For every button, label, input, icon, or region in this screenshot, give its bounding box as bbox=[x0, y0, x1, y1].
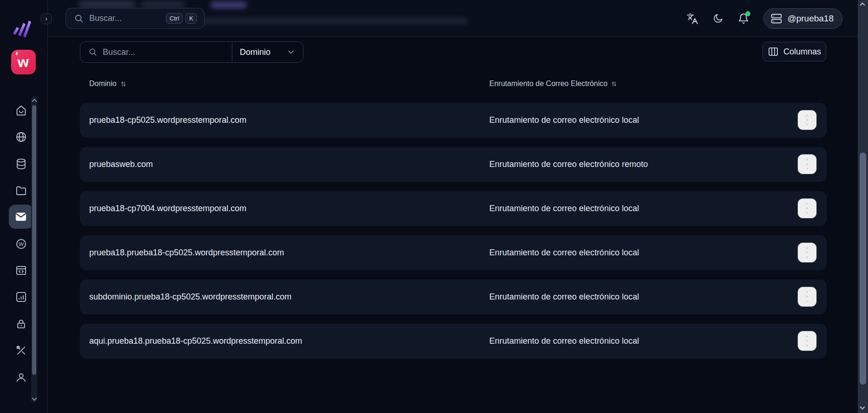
search-icon bbox=[88, 47, 98, 57]
sidebar-item-wordpress[interactable]: W bbox=[9, 232, 33, 256]
main-content: Dominio Columnas Dominio Enrutamiento de… bbox=[48, 37, 858, 413]
row-actions-button[interactable] bbox=[797, 198, 817, 219]
sidebar-item-databases[interactable] bbox=[9, 152, 33, 176]
column-header-domain[interactable]: Dominio bbox=[89, 80, 127, 88]
domain-cell: subdominio.prueba18-cp5025.wordpresstemp… bbox=[89, 280, 291, 314]
domain-cell: aqui.prueba18.prueba18-cp5025.wordpresst… bbox=[89, 324, 302, 359]
routing-cell: Enrutamiento de correo electrónico local bbox=[489, 191, 639, 226]
filter-selected-value: Dominio bbox=[240, 47, 270, 57]
domain-cell: prueba18.prueba18-cp5025.wordpresstempor… bbox=[89, 235, 284, 270]
columns-icon bbox=[768, 46, 779, 57]
sort-icon bbox=[120, 80, 127, 87]
table-row: prueba18.prueba18-cp5025.wordpresstempor… bbox=[80, 235, 827, 270]
server-icon bbox=[770, 13, 783, 25]
username: @prueba18 bbox=[787, 13, 834, 24]
sidebar-item-statistics[interactable] bbox=[9, 285, 33, 309]
app-logo-letter: w bbox=[18, 54, 30, 69]
column-header-label: Enrutamiento de Correo Electrónico bbox=[489, 80, 607, 88]
table-row: prueba18-cp7004.wordpresstemporal.com En… bbox=[80, 191, 827, 226]
routing-cell: Enrutamiento de correo electrónico remot… bbox=[489, 147, 648, 182]
mail-icon bbox=[14, 210, 27, 223]
user-menu[interactable]: @prueba18 bbox=[763, 8, 842, 29]
chevron-down-icon bbox=[286, 47, 296, 57]
sidebar-expand-button[interactable]: › bbox=[41, 13, 52, 24]
blurred-page-title bbox=[141, 2, 185, 7]
home-icon bbox=[15, 104, 27, 117]
sidebar-item-home[interactable] bbox=[9, 98, 33, 122]
sidebar-item-email[interactable] bbox=[9, 205, 33, 229]
user-icon bbox=[15, 371, 27, 384]
table-search[interactable] bbox=[80, 42, 232, 62]
sidebar-item-tools[interactable] bbox=[9, 338, 33, 362]
domain-cell: prueba18-cp5025.wordpresstemporal.com bbox=[89, 103, 246, 138]
shortcut-key-ctrl: Ctrl bbox=[166, 13, 183, 24]
notification-dot bbox=[745, 11, 750, 16]
lock-icon bbox=[15, 318, 27, 330]
routing-cell: Enrutamiento de correo electrónico local bbox=[489, 324, 639, 359]
folder-icon bbox=[15, 184, 27, 197]
blurred-title-badge bbox=[210, 2, 247, 8]
email-routing-page: { "colors": { "page_bg": "#070b16", "row… bbox=[0, 0, 868, 413]
sidebar-item-security[interactable] bbox=[9, 312, 33, 336]
sidebar-item-account[interactable] bbox=[9, 365, 33, 389]
shortcut-key-k: K bbox=[185, 13, 197, 24]
global-search-input[interactable] bbox=[89, 13, 161, 23]
tools-icon bbox=[15, 344, 27, 357]
sidebar-item-domains[interactable] bbox=[9, 125, 33, 149]
column-header-routing[interactable]: Enrutamiento de Correo Electrónico bbox=[489, 80, 618, 88]
domain-cell: prueba18-cp7004.wordpresstemporal.com bbox=[89, 191, 246, 226]
domain-cell: pruebasweb.com bbox=[89, 147, 153, 182]
stats-icon bbox=[15, 291, 27, 303]
brand-mark-icon bbox=[12, 18, 33, 38]
browser-code-icon bbox=[15, 264, 27, 277]
app-logo[interactable]: w bbox=[11, 50, 36, 74]
translate-button[interactable] bbox=[686, 13, 698, 25]
search-icon bbox=[74, 13, 84, 24]
blurred-page-title bbox=[79, 1, 135, 7]
blurred-page-description bbox=[187, 18, 468, 24]
filter-column-select[interactable]: Dominio bbox=[232, 42, 303, 62]
row-actions-button[interactable] bbox=[797, 154, 817, 174]
dark-mode-toggle[interactable] bbox=[712, 13, 723, 24]
sidebar-item-files[interactable] bbox=[9, 178, 33, 202]
topbar: Ctrl K @prueb bbox=[48, 0, 858, 37]
database-icon bbox=[15, 158, 27, 170]
table-filter-group: Dominio bbox=[80, 41, 303, 63]
topbar-actions: @prueba18 bbox=[686, 0, 842, 37]
table-row: prueba18-cp5025.wordpresstemporal.com En… bbox=[80, 103, 827, 138]
scroll-up-icon[interactable] bbox=[860, 2, 865, 7]
table-row: subdominio.prueba18-cp5025.wordpresstemp… bbox=[80, 280, 827, 314]
row-actions-button[interactable] bbox=[797, 286, 817, 307]
row-actions-button[interactable] bbox=[797, 110, 817, 130]
sidebar-scrollbar-thumb[interactable] bbox=[32, 105, 36, 375]
sidebar-item-applications[interactable] bbox=[9, 258, 33, 282]
sort-icon bbox=[611, 80, 618, 87]
svg-text:W: W bbox=[19, 241, 24, 246]
page-scrollbar[interactable] bbox=[858, 0, 868, 413]
notifications-button[interactable] bbox=[737, 13, 750, 25]
translate-icon bbox=[686, 13, 698, 25]
table-row: pruebasweb.com Enrutamiento de correo el… bbox=[80, 147, 827, 182]
sidebar: w W bbox=[0, 0, 48, 413]
page-scrollbar-thumb[interactable] bbox=[860, 153, 866, 385]
row-actions-button[interactable] bbox=[797, 242, 817, 263]
table-row: aqui.prueba18.prueba18-cp5025.wordpresst… bbox=[80, 324, 827, 359]
columns-button[interactable]: Columnas bbox=[763, 42, 826, 61]
column-header-label: Dominio bbox=[89, 80, 117, 88]
row-actions-button[interactable] bbox=[797, 331, 817, 351]
routing-cell: Enrutamiento de correo electrónico local bbox=[489, 280, 639, 314]
wordpress-icon: W bbox=[15, 238, 27, 250]
moon-icon bbox=[712, 13, 723, 24]
columns-button-label: Columnas bbox=[783, 47, 821, 57]
globe-icon bbox=[15, 131, 27, 143]
scroll-down-icon[interactable] bbox=[860, 404, 865, 409]
routing-cell: Enrutamiento de correo electrónico local bbox=[489, 103, 639, 138]
global-search[interactable]: Ctrl K bbox=[66, 8, 204, 29]
routing-cell: Enrutamiento de correo electrónico local bbox=[489, 235, 639, 270]
table-search-input[interactable] bbox=[103, 47, 225, 57]
